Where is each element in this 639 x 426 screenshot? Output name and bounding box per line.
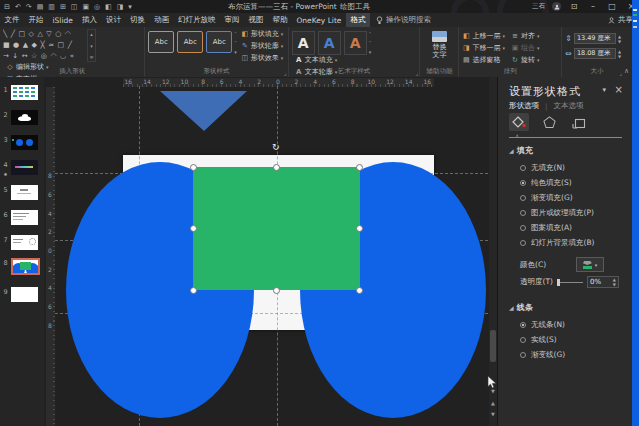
shape-width-input[interactable]: 18.08 厘米 bbox=[574, 48, 616, 59]
share-button[interactable]: 共享 bbox=[608, 13, 633, 27]
dialog-launcher-icon[interactable]: ⌟ bbox=[284, 69, 287, 76]
slide-preview[interactable] bbox=[11, 185, 38, 200]
scrollbar-thumb[interactable] bbox=[490, 330, 496, 362]
minimize-button[interactable]: – bbox=[587, 2, 599, 11]
pane-options-dropdown-icon[interactable]: ▾ bbox=[602, 86, 606, 94]
qat-plugin-icon[interactable]: ◧ bbox=[105, 3, 112, 11]
qat-plugin-icon[interactable]: ▥ bbox=[48, 3, 55, 11]
tab-review[interactable]: 审阅 bbox=[220, 13, 244, 27]
styles-up-icon[interactable]: ˄ bbox=[234, 31, 237, 37]
slide-thumbnail-5[interactable]: 5 bbox=[0, 185, 44, 200]
slide-thumbnail-9[interactable]: 9 bbox=[0, 287, 44, 302]
shape-style-thumb[interactable]: Abc bbox=[177, 31, 203, 53]
fill-option-pattern-fill[interactable]: 图案填充(A) bbox=[520, 223, 572, 233]
pane-tab-text-options[interactable]: 文本选项 bbox=[554, 101, 584, 111]
avatar[interactable] bbox=[552, 2, 561, 11]
gallery-more-icon[interactable]: ≡ bbox=[89, 54, 93, 60]
slide-preview[interactable] bbox=[11, 235, 38, 250]
resize-handle-n[interactable] bbox=[273, 164, 280, 171]
shape-gallery-row[interactable]: ╲╱□◇△▽○◠ bbox=[3, 29, 87, 40]
width-spinner[interactable]: ▲▼ bbox=[618, 49, 621, 59]
wordart-more-icon[interactable]: ▾ bbox=[369, 49, 372, 55]
tab-format-active[interactable]: 格式 bbox=[346, 13, 370, 27]
next-slide-icon[interactable]: ▼ bbox=[489, 411, 497, 417]
tab-home[interactable]: 开始 bbox=[24, 13, 48, 27]
slide-thumbnail-2[interactable]: 2 bbox=[0, 110, 44, 125]
pane-tab-shape-options[interactable]: 形状选项 bbox=[509, 101, 539, 111]
replace-text-button[interactable]: 替换文字 bbox=[423, 31, 455, 59]
wordart-down-icon[interactable]: ˅ bbox=[369, 40, 372, 46]
fill-line-icon-selected[interactable] bbox=[509, 113, 529, 131]
rotation-handle[interactable]: ↻ bbox=[272, 143, 280, 152]
transparency-spinner[interactable]: ▲▼ bbox=[613, 277, 616, 287]
slide-editing-canvas[interactable]: 1614121086420246810121416 8 6 4 2 0 2 4 … bbox=[44, 77, 497, 426]
qat-plugin-icon[interactable]: ▤ bbox=[37, 3, 44, 11]
previous-slide-icon[interactable]: ▲ bbox=[489, 400, 497, 406]
dialog-launcher-icon[interactable]: ⌟ bbox=[416, 69, 419, 76]
shape-gallery-scroll[interactable]: ▴▾≡ bbox=[87, 29, 96, 62]
slide-thumbnail-4[interactable]: 4★ bbox=[0, 160, 44, 177]
send-backward-button[interactable]: ◨下移一层▾ bbox=[462, 43, 505, 54]
pane-close-icon[interactable]: × bbox=[615, 84, 623, 95]
gallery-down-icon[interactable]: ▾ bbox=[90, 43, 93, 49]
slide-preview[interactable] bbox=[11, 210, 38, 225]
tab-islide[interactable]: iSlide bbox=[48, 13, 77, 27]
shape-effects-button[interactable]: ◫形状效果▾ bbox=[241, 53, 284, 64]
slide-thumbnail-1[interactable]: 1 bbox=[0, 85, 44, 100]
tab-slideshow[interactable]: 幻灯片放映 bbox=[173, 13, 220, 27]
slide-thumbnail-6[interactable]: 6 bbox=[0, 210, 44, 225]
tab-transitions[interactable]: 切换 bbox=[125, 13, 149, 27]
tab-animations[interactable]: 动画 bbox=[149, 13, 173, 27]
redo-icon[interactable]: ↷ bbox=[26, 3, 32, 11]
selection-pane-button[interactable]: ▤选择窗格 bbox=[462, 55, 505, 66]
tab-view[interactable]: 视图 bbox=[244, 13, 268, 27]
shape-gallery-row[interactable]: →↓↔☆◎◠◡« bbox=[3, 51, 87, 62]
line-section-header[interactable]: ◢线条 bbox=[509, 302, 533, 313]
resize-handle-se[interactable] bbox=[356, 287, 363, 294]
qat-plugin-icon[interactable]: ⊞ bbox=[60, 3, 66, 11]
fill-option-solid-fill-selected[interactable]: 纯色填充(S) bbox=[520, 178, 572, 188]
save-icon[interactable]: ⊟ bbox=[4, 3, 10, 11]
align-button[interactable]: ≡对齐▾ bbox=[511, 31, 540, 42]
wordart-up-icon[interactable]: ˄ bbox=[369, 31, 372, 37]
wordart-thumb[interactable]: A bbox=[318, 31, 341, 55]
canvas-scrollbar[interactable]: ▼ ▲ ▼ bbox=[489, 77, 497, 426]
shape-fill-button[interactable]: ◧形状填充▾ bbox=[241, 29, 284, 40]
fill-color-button[interactable]: ▾ bbox=[576, 257, 604, 272]
gallery-up-icon[interactable]: ▴ bbox=[90, 31, 93, 37]
slide-preview[interactable] bbox=[11, 258, 40, 275]
effects-icon[interactable] bbox=[539, 113, 559, 131]
undo-icon[interactable]: ↶ bbox=[15, 3, 21, 11]
resize-handle-sw[interactable] bbox=[190, 287, 197, 294]
bring-forward-button[interactable]: ◧上移一层▾ bbox=[462, 31, 505, 42]
triangle-shape[interactable] bbox=[160, 91, 247, 131]
resize-handle-nw[interactable] bbox=[190, 164, 197, 171]
shape-gallery-row[interactable]: ■●▲◆╳≈□╱ bbox=[3, 40, 87, 51]
account-name[interactable]: 三石 bbox=[532, 2, 545, 11]
shape-height-input[interactable]: 13.49 厘米 bbox=[574, 33, 616, 44]
tab-file[interactable]: 文件 bbox=[0, 13, 24, 27]
fill-option-gradient-fill[interactable]: 渐变填充(G) bbox=[520, 193, 573, 203]
resize-handle-ne[interactable] bbox=[356, 164, 363, 171]
ribbon-display-options-icon[interactable]: ⊡ bbox=[568, 2, 580, 11]
line-option-no-line-selected[interactable]: 无线条(N) bbox=[520, 320, 565, 330]
size-properties-icon[interactable] bbox=[569, 113, 589, 131]
slide-thumbnail-8-selected[interactable]: 8 bbox=[0, 258, 44, 275]
fill-option-no-fill[interactable]: 无填充(N) bbox=[520, 163, 565, 173]
qat-plugin-icon[interactable]: ◎ bbox=[94, 3, 100, 11]
shape-style-thumb[interactable]: Abc bbox=[148, 31, 174, 53]
slide-thumbnail-3[interactable]: 3 bbox=[0, 135, 44, 150]
line-option-gradient-line[interactable]: 渐变线(G) bbox=[520, 350, 565, 360]
slide-preview[interactable] bbox=[11, 85, 38, 100]
fill-section-header[interactable]: ◢填充 bbox=[509, 145, 533, 156]
qat-customize-dropdown-icon[interactable]: ▾ bbox=[128, 3, 132, 11]
wordart-thumb[interactable]: A bbox=[292, 31, 315, 55]
tab-design[interactable]: 设计 bbox=[101, 13, 125, 27]
slide-preview[interactable] bbox=[11, 110, 38, 125]
slide-preview[interactable] bbox=[11, 160, 38, 175]
slide-preview[interactable] bbox=[11, 135, 38, 150]
tab-help[interactable]: 帮助 bbox=[268, 13, 292, 27]
qat-plugin-icon[interactable]: ◨ bbox=[117, 3, 124, 11]
collapse-ribbon-icon[interactable]: ∧ bbox=[624, 67, 629, 75]
qat-plugin-icon[interactable]: ▣ bbox=[82, 3, 89, 11]
